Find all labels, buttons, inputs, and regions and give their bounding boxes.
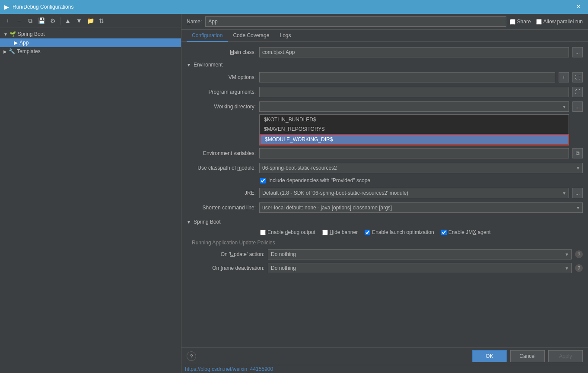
jre-browse-button[interactable]: ... (572, 188, 583, 198)
environment-section: ▼ Environment (187, 62, 583, 68)
env-vars-input[interactable] (259, 148, 569, 158)
classpath-row: Use classpath of module: 06-spring-boot-… (187, 163, 583, 173)
help-button[interactable]: ? (187, 351, 196, 361)
left-toolbar: + − ⧉ 💾 ⚙ ▲ ▼ 📁 ⇅ (0, 14, 181, 28)
on-frame-wrapper: Do nothing ▼ (268, 263, 572, 273)
folder-button[interactable]: 📁 (85, 16, 95, 26)
settings-button[interactable]: ⚙ (48, 16, 58, 26)
tree-app-item[interactable]: ▶ App (0, 38, 181, 47)
on-update-row: On 'Update' action: Do nothing ▼ ? (187, 249, 583, 259)
templates-icon: 🔧 (9, 48, 15, 54)
enable-jmx-checkbox[interactable] (441, 230, 447, 235)
spring-boot-icon: 🌱 (10, 31, 16, 37)
tabs-bar: Configuration Code Coverage Logs (181, 30, 588, 42)
tab-configuration[interactable]: Configuration (187, 30, 228, 42)
enable-jmx-text: Enable JMX agent (448, 229, 491, 235)
on-update-help-icon[interactable]: ? (575, 250, 583, 258)
main-class-browse-button[interactable]: ... (572, 47, 583, 57)
jre-select[interactable]: Default (1.8 - SDK of '06-spring-boot-st… (259, 188, 569, 198)
shorten-cmd-select[interactable]: user-local default: none - java [options… (259, 202, 583, 213)
vm-options-expand-button[interactable]: ⛶ (572, 72, 583, 82)
env-arrow[interactable]: ▼ (187, 63, 191, 67)
title-bar: ▶ Run/Debug Configurations × (0, 0, 588, 14)
right-panel: Name: Share Allow parallel run Configura… (181, 14, 588, 373)
vm-options-row: VM options: + ⛶ (187, 72, 583, 82)
enable-debug-label[interactable]: Enable debug output (260, 229, 315, 235)
cancel-button[interactable]: Cancel (510, 350, 545, 362)
main-class-label: Main class: (187, 49, 256, 55)
enable-launch-opt-checkbox[interactable] (365, 230, 370, 235)
content-area: Main class: ... ▼ Environment VM options… (181, 42, 588, 347)
spring-boot-label: Spring Boot (18, 31, 45, 37)
hide-banner-checkbox[interactable] (322, 230, 328, 235)
enable-launch-opt-text: Enable launch optimization (372, 229, 434, 235)
dialog-title: Run/Debug Configurations (13, 4, 573, 10)
program-args-input[interactable] (259, 87, 569, 97)
tree-templates[interactable]: ▶ 🔧 Templates (0, 47, 181, 56)
working-dir-input[interactable] (259, 101, 569, 112)
copy-config-button[interactable]: ⧉ (25, 16, 35, 26)
main-class-input[interactable] (259, 47, 569, 57)
on-update-wrapper: Do nothing ▼ (268, 249, 572, 259)
ok-button[interactable]: OK (472, 350, 507, 362)
vm-options-input[interactable] (259, 72, 555, 82)
share-checkbox[interactable] (510, 19, 515, 25)
enable-debug-checkbox[interactable] (260, 230, 266, 235)
allow-parallel-label[interactable]: Allow parallel run (536, 19, 583, 25)
working-dir-row: Working directory: ▼ ... (187, 101, 583, 112)
vm-options-label: VM options: (187, 74, 256, 80)
jre-row: JRE: Default (1.8 - SDK of '06-spring-bo… (187, 188, 583, 198)
environment-label: Environment (194, 62, 222, 68)
move-up-button[interactable]: ▲ (63, 16, 73, 26)
env-vars-copy-button[interactable]: ⧉ (572, 148, 583, 158)
save-config-button[interactable]: 💾 (36, 16, 47, 26)
hide-banner-text: Hide banner (330, 229, 358, 235)
share-area: Share Allow parallel run (510, 19, 583, 25)
classpath-wrapper: 06-spring-boot-static-resources2 ▼ (259, 163, 583, 173)
name-input[interactable] (205, 16, 506, 27)
bottom-bar: ? OK Cancel Apply (181, 347, 588, 365)
working-dir-browse-button[interactable]: ... (572, 101, 583, 112)
shorten-cmd-wrapper: user-local default: none - java [options… (259, 202, 583, 213)
tab-code-coverage[interactable]: Code Coverage (228, 30, 274, 42)
move-down-button[interactable]: ▼ (74, 16, 84, 26)
shorten-cmd-row: Shorten command line: user-local default… (187, 202, 583, 213)
left-panel: + − ⧉ 💾 ⚙ ▲ ▼ 📁 ⇅ ▼ 🌱 Spring Boot ▶ App … (0, 14, 181, 373)
vm-options-add-button[interactable]: + (559, 72, 569, 82)
dropdown-item-module[interactable]: $MODULE_WORKING_DIR$ (260, 134, 569, 145)
enable-launch-opt-label[interactable]: Enable launch optimization (365, 229, 434, 235)
include-provided-row: Include dependencies with "Provided" sco… (187, 177, 583, 183)
close-button[interactable]: × (573, 2, 584, 12)
env-vars-row: Environment variables: ⧉ (187, 148, 583, 158)
tab-logs[interactable]: Logs (274, 30, 296, 42)
dropdown-item-maven[interactable]: $MAVEN_REPOSITORY$ (260, 124, 569, 134)
tree-spring-boot[interactable]: ▼ 🌱 Spring Boot (0, 30, 181, 38)
share-checkbox-label[interactable]: Share (510, 19, 531, 25)
status-bar: https://blog.csdn.net/weixin_44155900 (181, 365, 588, 373)
tree-arrow-springboot: ▼ (3, 32, 8, 37)
add-config-button[interactable]: + (3, 16, 13, 26)
on-frame-row: On frame deactivation: Do nothing ▼ ? (187, 263, 583, 273)
on-update-select[interactable]: Do nothing (268, 249, 572, 259)
apply-button[interactable]: Apply (548, 350, 583, 362)
tree-arrow-templates: ▶ (3, 49, 7, 54)
classpath-select[interactable]: 06-spring-boot-static-resources2 (259, 163, 583, 173)
app-icon: ▶ (4, 3, 9, 10)
enable-jmx-label[interactable]: Enable JMX agent (441, 229, 491, 235)
on-frame-help-icon[interactable]: ? (575, 264, 583, 272)
name-label: Name: (187, 19, 202, 25)
program-args-expand-button[interactable]: ⛶ (572, 87, 583, 97)
spring-boot-checkboxes: Enable debug output Hide banner Enable l… (187, 229, 583, 235)
include-provided-checkbox[interactable] (260, 178, 266, 183)
policies-label: Running Application Update Policies (187, 240, 583, 246)
app-run-icon: ▶ (14, 40, 18, 46)
allow-parallel-checkbox[interactable] (536, 19, 542, 25)
on-frame-select[interactable]: Do nothing (268, 263, 572, 273)
working-dir-dropdown: $KOTLIN_BUNDLED$ $MAVEN_REPOSITORY$ $MOD… (259, 114, 569, 145)
hide-banner-label[interactable]: Hide banner (322, 229, 358, 235)
remove-config-button[interactable]: − (14, 16, 24, 26)
sort-button[interactable]: ⇅ (96, 16, 107, 26)
dropdown-item-kotlin[interactable]: $KOTLIN_BUNDLED$ (260, 115, 569, 124)
enable-debug-text: Enable debug output (267, 229, 315, 235)
spring-boot-arrow[interactable]: ▼ (187, 220, 191, 224)
